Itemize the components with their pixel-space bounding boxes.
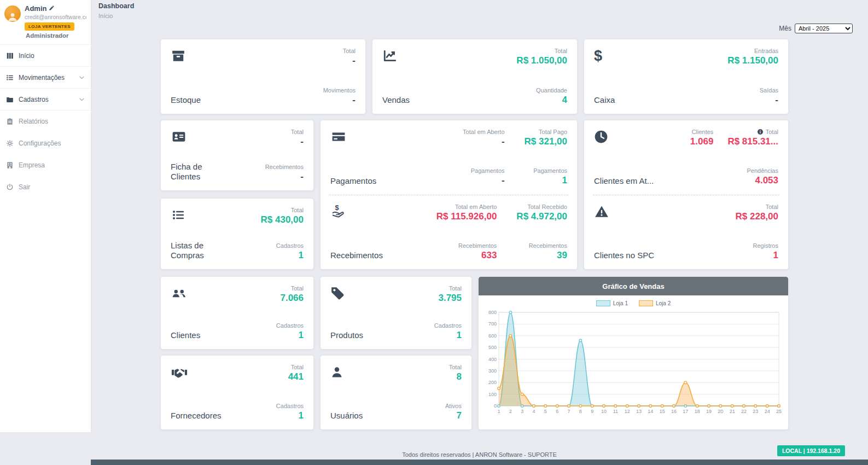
sidebar-item-configuracoes[interactable]: Configurações <box>0 132 91 154</box>
svg-text:1: 1 <box>497 409 500 414</box>
card-title: Vendas <box>382 95 410 106</box>
stat: Quantidade4 <box>516 87 567 106</box>
legend-item[interactable]: Loja 1 <box>596 300 628 306</box>
svg-text:5: 5 <box>544 409 547 414</box>
hand-dollar-icon: $ <box>330 204 383 220</box>
dollar-icon: $ <box>594 48 615 64</box>
sidebar-item-label: Movimentações <box>19 74 65 82</box>
svg-text:21: 21 <box>730 409 735 414</box>
svg-text:20: 20 <box>718 409 723 414</box>
legend-swatch <box>596 300 610 306</box>
svg-text:12: 12 <box>625 409 630 414</box>
card-caixa: $ Caixa EntradasR$ 1.150,00 Saídas- <box>584 39 788 114</box>
chevron-down-icon <box>78 96 85 103</box>
svg-text:17: 17 <box>683 409 688 414</box>
svg-text:11: 11 <box>613 409 618 414</box>
stat: TotalR$ 1.050,00 <box>516 48 567 66</box>
sidebar-item-label: Sair <box>19 183 30 191</box>
edit-pencil-icon[interactable] <box>49 4 55 13</box>
sidebar-item-label: Relatórios <box>19 118 48 125</box>
card-clientes: Clientes Total7.066 Cadastros1 <box>161 277 313 349</box>
card-title: Recebimentos <box>330 251 383 261</box>
credit-card-icon <box>330 129 376 145</box>
card-title: Clientes em At... <box>594 176 654 187</box>
pagamentos-section: Pagamentos Total em Aberto- Pagamentos- … <box>321 120 577 195</box>
svg-text:16: 16 <box>671 409 677 414</box>
svg-text:14: 14 <box>648 409 653 414</box>
user-block: Admin credit@anronsoftware.co... LOJA VE… <box>0 0 91 45</box>
stat: Total441 <box>276 364 304 382</box>
stat: Total em Aberto- <box>463 129 504 147</box>
list-icon <box>5 73 14 82</box>
store-badge: LOJA VERTENTES <box>25 22 74 31</box>
sidebar-item-relatorios[interactable]: Relatórios <box>0 111 91 132</box>
svg-text:3: 3 <box>521 409 523 414</box>
legend-item[interactable]: Loja 2 <box>639 300 671 306</box>
warning-icon <box>594 204 654 220</box>
clock-icon <box>594 129 654 145</box>
chart-line-icon <box>382 48 410 64</box>
card-title: Clientes no SPC <box>594 251 654 261</box>
card-title: Pagamentos <box>330 176 376 187</box>
user-email: credit@anronsoftware.co... <box>25 14 86 20</box>
folder-icon <box>5 95 14 103</box>
month-select[interactable]: Abril - 2025 <box>795 24 853 33</box>
stat: Movimentos- <box>323 87 356 106</box>
stat: Registros1 <box>736 242 778 261</box>
svg-text:10: 10 <box>601 409 607 414</box>
stat: Total7.066 <box>276 285 304 304</box>
bottom-bar <box>91 460 868 465</box>
card-title: Listas de Compras <box>171 241 214 261</box>
svg-text:4: 4 <box>532 409 535 414</box>
sidebar-item-label: Início <box>19 52 34 60</box>
columns-icon <box>5 51 14 60</box>
sidebar-item-movimentacoes[interactable]: Movimentações <box>0 67 91 89</box>
breadcrumb: Início <box>98 13 134 19</box>
stat: EntradasR$ 1.150,00 <box>727 48 778 66</box>
card-fornecedores: Fornecedores Total441 Cadastros1 <box>161 356 313 429</box>
info-icon[interactable] <box>757 129 764 135</box>
power-icon <box>5 183 14 191</box>
sidebar-item-label: Empresa <box>19 161 45 169</box>
card-atraso-spc: Clientes em At... Clientes1.069 Total R$… <box>584 120 788 269</box>
svg-text:400: 400 <box>488 357 497 362</box>
clientes-atraso-section: Clientes em At... Clientes1.069 Total R$… <box>584 120 788 195</box>
sidebar-item-empresa[interactable]: Empresa <box>0 154 91 176</box>
tag-icon <box>330 285 363 301</box>
stat: Total RecebidoR$ 4.972,00 <box>516 204 567 222</box>
sidebar-item-inicio[interactable]: Início <box>0 45 91 67</box>
stat: Ativos7 <box>445 403 462 421</box>
card-ficha-clientes: Ficha de Clientes Total- Recebimentos- <box>161 120 313 190</box>
card-produtos: Produtos Total3.795 Cadastros1 <box>321 277 471 349</box>
stat: Saídas- <box>727 87 778 106</box>
svg-text:800: 800 <box>488 310 497 315</box>
svg-text:100: 100 <box>488 392 497 397</box>
svg-text:9: 9 <box>591 409 593 414</box>
card-usuarios: Usuários Total8 Ativos7 <box>321 356 471 429</box>
card-title: Caixa <box>594 95 615 106</box>
recebimentos-section: $ Recebimentos Total em AbertoR$ 115.926… <box>321 195 577 270</box>
svg-text:600: 600 <box>488 333 497 339</box>
svg-text:19: 19 <box>706 409 712 414</box>
stat: Pendências4.053 <box>727 167 778 186</box>
card-vendas: Vendas TotalR$ 1.050,00 Quantidade4 <box>372 39 577 114</box>
card-listas-compras: Listas de Compras TotalR$ 430,00 Cadastr… <box>161 199 313 269</box>
chart-legend: Loja 1Loja 2 <box>484 300 783 306</box>
users-icon <box>171 285 200 301</box>
svg-text:2: 2 <box>509 409 512 414</box>
svg-text:200: 200 <box>488 380 497 385</box>
stat: Total3.795 <box>434 285 462 304</box>
svg-text:0: 0 <box>494 403 497 409</box>
stat: Total em AbertoR$ 115.926,00 <box>436 204 497 222</box>
sidebar-item-sair[interactable]: Sair <box>0 176 91 198</box>
svg-text:23: 23 <box>753 409 758 414</box>
sidebar-item-cadastros[interactable]: Cadastros <box>0 89 91 111</box>
building-icon <box>5 161 14 170</box>
stat: Total R$ 815.31... <box>727 129 778 147</box>
list-icon <box>171 207 214 223</box>
archive-icon <box>171 48 201 64</box>
stat: Cadastros1 <box>434 322 462 341</box>
gear-icon <box>5 140 14 148</box>
sidebar: Admin credit@anronsoftware.co... LOJA VE… <box>0 0 91 432</box>
svg-text:6: 6 <box>556 409 558 414</box>
